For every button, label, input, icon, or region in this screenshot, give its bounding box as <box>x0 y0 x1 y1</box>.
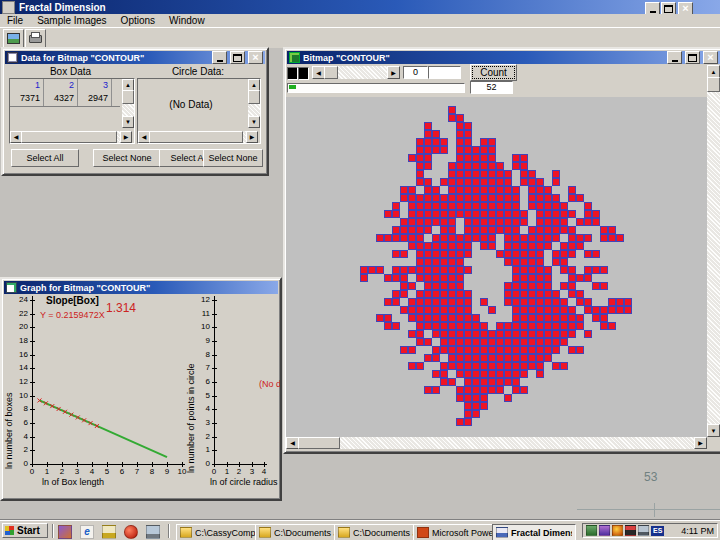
fractal-cell <box>544 226 552 234</box>
fractal-cell <box>440 178 448 186</box>
scroll-right-icon[interactable] <box>246 131 258 143</box>
scroll-thumb[interactable] <box>248 90 260 104</box>
menu-file[interactable]: File <box>0 14 30 27</box>
box-data-cell[interactable]: 2947 <box>78 93 108 103</box>
foreground-color-swatch[interactable] <box>287 67 298 80</box>
box-grid-vscrollbar[interactable] <box>122 79 134 128</box>
fractal-cell <box>528 298 536 306</box>
fractal-cell <box>576 290 584 298</box>
fractal-cell <box>584 234 592 242</box>
circle-grid-vscrollbar[interactable] <box>248 79 260 128</box>
taskbar-task-3[interactable]: C:\Documents a... <box>334 524 418 540</box>
fractal-cell <box>496 210 504 218</box>
scroll-thumb[interactable] <box>324 66 338 79</box>
fractal-cell <box>464 298 472 306</box>
box-select-all-button[interactable]: Select All <box>11 149 79 167</box>
fractal-cell <box>400 346 408 354</box>
print-button[interactable] <box>25 29 46 48</box>
minimize-icon[interactable] <box>667 51 682 64</box>
fractal-cell <box>576 314 584 322</box>
box-data-cell[interactable]: 7371 <box>10 93 40 103</box>
box-data-cell[interactable]: 219 <box>112 93 120 103</box>
taskbar-task-2[interactable]: C:\Documents a... <box>255 524 339 540</box>
fractal-cell <box>576 274 584 282</box>
maximize-icon[interactable] <box>685 51 700 64</box>
fractal-cell <box>456 250 464 258</box>
fractal-cell <box>544 194 552 202</box>
maximize-icon[interactable] <box>230 51 245 64</box>
close-icon[interactable] <box>248 51 263 64</box>
circle-data-grid[interactable]: (No Data) <box>137 78 261 144</box>
scroll-thumb[interactable] <box>149 131 243 143</box>
fractal-cell <box>592 218 600 226</box>
graphics-icon[interactable] <box>599 525 610 536</box>
mail-icon[interactable] <box>102 525 116 539</box>
fractal-cell <box>528 170 536 178</box>
fractal-cell <box>488 226 496 234</box>
box-data-grid[interactable]: 1737124327329474219 <box>9 78 135 144</box>
app-titlebar[interactable]: Fractal Dimension <box>0 0 720 14</box>
box-select-none-button[interactable]: Select None <box>93 149 161 167</box>
scroll-thumb[interactable] <box>298 437 340 449</box>
menu-sample-images[interactable]: Sample Images <box>30 14 113 27</box>
fractal-cell <box>520 178 528 186</box>
show-desktop-icon[interactable] <box>146 525 160 539</box>
data-window-titlebar[interactable]: Data for Bitmap "CONTOUR" <box>5 51 265 64</box>
fractal-cell <box>536 250 544 258</box>
bitmap-canvas[interactable] <box>286 97 707 437</box>
taskbar-task-4[interactable]: Microsoft Power... <box>413 524 497 540</box>
minimize-icon[interactable] <box>212 51 227 64</box>
fractal-cell <box>384 234 392 242</box>
box-grid-hscrollbar[interactable] <box>10 131 132 143</box>
fractal-cell <box>432 210 440 218</box>
count-button[interactable]: Count <box>470 64 517 81</box>
display-icon[interactable] <box>625 525 636 536</box>
fractal-cell <box>504 354 512 362</box>
open-image-button[interactable] <box>3 29 24 48</box>
fractal-cell <box>416 314 424 322</box>
menu-window[interactable]: Window <box>162 14 212 27</box>
fractal-cell <box>504 186 512 194</box>
shell-icon[interactable] <box>124 525 138 539</box>
fractal-cell <box>440 306 448 314</box>
fractal-cell <box>528 178 536 186</box>
scroll-down-icon[interactable] <box>707 424 720 437</box>
scheduler-icon[interactable] <box>586 525 597 536</box>
fractal-cell <box>552 338 560 346</box>
background-color-swatch[interactable] <box>298 67 309 80</box>
scroll-down-icon[interactable] <box>248 116 260 128</box>
fractal-cell <box>440 338 448 346</box>
scroll-thumb[interactable] <box>122 90 134 104</box>
circle-grid-hscrollbar[interactable] <box>138 131 258 143</box>
fractal-cell <box>456 370 464 378</box>
internet-explorer-icon[interactable]: e <box>80 525 94 539</box>
fractal-cell <box>424 306 432 314</box>
scroll-right-icon[interactable] <box>120 131 132 143</box>
scroll-thumb[interactable] <box>21 131 117 143</box>
media-player-icon[interactable] <box>58 525 72 539</box>
taskbar-task-5[interactable]: Fractal Dimens... <box>492 524 576 540</box>
scroll-thumb[interactable] <box>707 77 720 92</box>
scroll-right-icon[interactable] <box>694 437 707 449</box>
threshold-scrollbar[interactable] <box>312 66 400 79</box>
fractal-cell <box>432 274 440 282</box>
close-icon[interactable] <box>703 51 718 64</box>
fractal-cell <box>528 306 536 314</box>
circle-select-none-button[interactable]: Select None <box>203 149 263 167</box>
network-icon[interactable] <box>638 525 649 536</box>
bitmap-hscrollbar[interactable] <box>286 437 707 449</box>
bitmap-window-titlebar[interactable]: Bitmap "CONTOUR" <box>287 51 720 64</box>
box-data-column: 4219 <box>112 79 120 106</box>
start-button[interactable]: Start <box>2 523 48 538</box>
volume-icon[interactable] <box>612 525 623 536</box>
desktop: Fractal Dimension FileSample ImagesOptio… <box>0 0 720 540</box>
box-data-cell[interactable]: 4327 <box>44 93 74 103</box>
scroll-down-icon[interactable] <box>122 116 134 128</box>
fractal-cell <box>408 210 416 218</box>
language-indicator[interactable]: ES <box>651 526 664 536</box>
taskbar-task-1[interactable]: C:\CassyComple... <box>176 524 260 540</box>
menu-options[interactable]: Options <box>114 14 162 27</box>
fractal-cell <box>456 266 464 274</box>
scroll-right-icon[interactable] <box>387 66 400 79</box>
bitmap-vscrollbar[interactable] <box>707 65 720 437</box>
